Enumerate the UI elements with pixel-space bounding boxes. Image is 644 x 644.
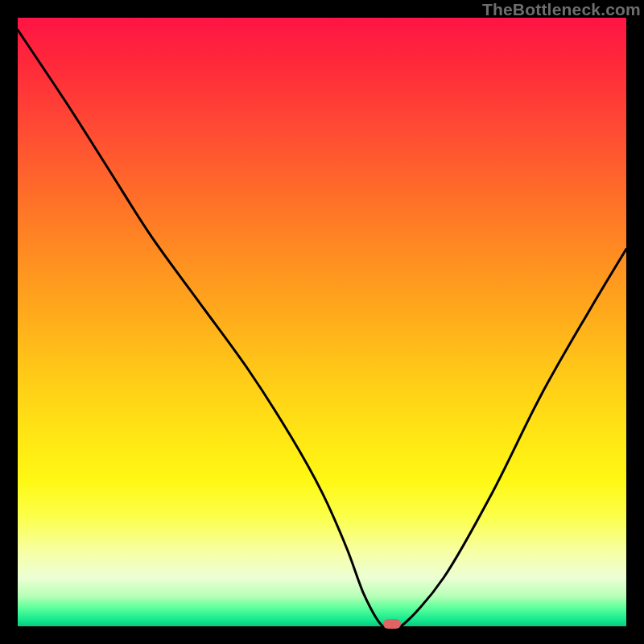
watermark-text: TheBottleneck.com — [482, 0, 641, 19]
curve-layer — [18, 18, 626, 626]
bottleneck-curve-path — [18, 30, 626, 626]
bottleneck-plot: TheBottleneck.com — [0, 0, 644, 644]
plot-area — [18, 18, 626, 626]
optimal-marker — [383, 619, 401, 629]
